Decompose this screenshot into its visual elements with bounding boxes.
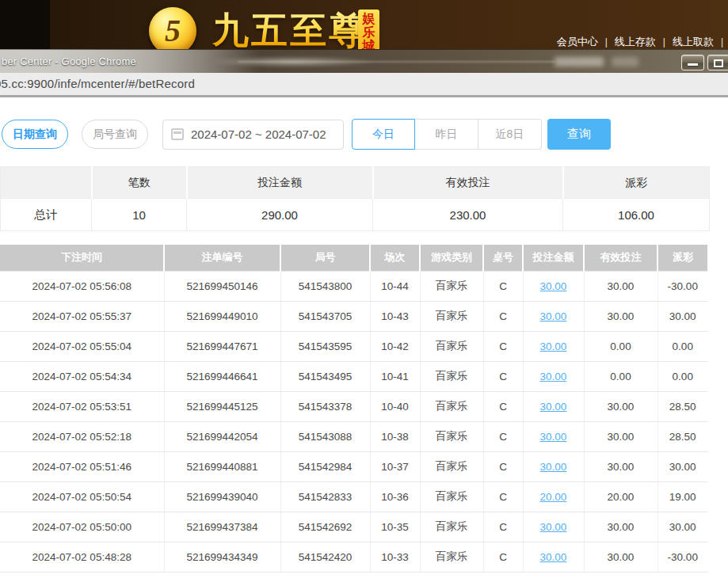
cell-payout: 30.00 bbox=[657, 512, 707, 542]
cell-ticket-no: 521699446641 bbox=[164, 361, 280, 391]
cell-bet-time: 2024-07-02 05:51:46 bbox=[0, 451, 164, 481]
col-game-type: 游戏类别 bbox=[420, 245, 483, 271]
summary-header-payout: 派彩 bbox=[563, 167, 710, 199]
bet-amount-link[interactable]: 30.00 bbox=[540, 521, 567, 533]
cell-bet-time: 2024-07-02 05:56:08 bbox=[0, 271, 164, 301]
summary-header-valid-bet: 有效投注 bbox=[373, 167, 563, 199]
quick-last8days-button[interactable]: 近8日 bbox=[478, 119, 542, 150]
round-query-tab[interactable]: 局号查询 bbox=[82, 120, 148, 149]
cell-ticket-no: 521699449010 bbox=[164, 301, 280, 331]
col-payout: 派彩 bbox=[657, 245, 707, 271]
cell-bet-time: 2024-07-02 05:50:00 bbox=[0, 512, 164, 542]
bet-amount-link[interactable]: 30.00 bbox=[540, 551, 567, 563]
cell-ticket-no: 521699439040 bbox=[164, 481, 280, 512]
cell-game-type: 百家乐 bbox=[420, 512, 483, 542]
bet-amount-link[interactable]: 30.00 bbox=[540, 431, 567, 443]
nav-member-center[interactable]: 会员中心 bbox=[557, 35, 598, 49]
minimize-button[interactable] bbox=[681, 55, 704, 70]
cell-bet-time: 2024-07-02 05:52:18 bbox=[0, 421, 164, 451]
cell-session: 10-40 bbox=[370, 391, 420, 421]
cell-bet-amount: 30.00 bbox=[523, 391, 584, 421]
bet-amount-link[interactable]: 30.00 bbox=[540, 341, 567, 352]
bet-amount-link[interactable]: 30.00 bbox=[540, 310, 567, 322]
cell-round-no: 541543495 bbox=[280, 361, 370, 391]
summary-total-payout: 106.00 bbox=[563, 199, 710, 231]
col-session: 场次 bbox=[370, 245, 420, 271]
cell-bet-amount: 30.00 bbox=[523, 271, 584, 301]
logo-text: 九五至尊 bbox=[212, 6, 368, 49]
cell-bet-amount: 30.00 bbox=[523, 331, 584, 361]
top-nav: 会员中心 | 线上存款 | 线上取款 | bbox=[557, 35, 723, 49]
cell-session: 10-44 bbox=[370, 271, 420, 301]
cell-game-type: 百家乐 bbox=[420, 391, 483, 421]
col-ticket-no: 注单编号 bbox=[164, 245, 280, 271]
cell-table-no: C bbox=[483, 271, 523, 301]
cell-valid-bet: 30.00 bbox=[584, 301, 657, 331]
col-valid-bet: 有效投注 bbox=[584, 245, 657, 271]
maximize-button[interactable] bbox=[707, 55, 728, 70]
logo-badge: 娱乐城 bbox=[358, 10, 379, 49]
cell-valid-bet: 30.00 bbox=[584, 451, 657, 481]
bet-amount-link[interactable]: 30.00 bbox=[540, 371, 567, 382]
cell-ticket-no: 521699437384 bbox=[164, 512, 280, 542]
bet-amount-link[interactable]: 30.00 bbox=[540, 280, 567, 292]
date-range-input[interactable]: 2024-07-02 ~ 2024-07-02 bbox=[162, 120, 344, 150]
cell-game-type: 百家乐 bbox=[420, 451, 483, 481]
cell-round-no: 541543595 bbox=[280, 331, 370, 361]
cell-payout: 0.00 bbox=[657, 361, 707, 391]
cell-valid-bet: 30.00 bbox=[584, 512, 657, 542]
bet-row: 2024-07-02 05:50:54521699439040541542833… bbox=[0, 481, 707, 512]
cell-session: 10-41 bbox=[370, 361, 420, 391]
cell-payout: 30.00 bbox=[657, 451, 707, 481]
logo-coin-glyph: 5 bbox=[165, 12, 181, 49]
cell-table-no: C bbox=[483, 451, 523, 481]
cell-game-type: 百家乐 bbox=[420, 542, 483, 572]
cell-round-no: 541543378 bbox=[280, 391, 370, 421]
cell-bet-time: 2024-07-02 05:48:28 bbox=[0, 542, 164, 572]
nav-online-deposit[interactable]: 线上存款 bbox=[615, 35, 656, 49]
nav-online-withdraw[interactable]: 线上取款 bbox=[673, 35, 714, 49]
bet-amount-link[interactable]: 30.00 bbox=[540, 461, 567, 473]
cell-bet-time: 2024-07-02 05:55:04 bbox=[0, 331, 164, 361]
maximize-icon bbox=[714, 59, 723, 67]
cell-game-type: 百家乐 bbox=[420, 421, 483, 451]
cell-valid-bet: 0.00 bbox=[584, 361, 657, 391]
cell-round-no: 541543705 bbox=[280, 301, 370, 331]
cell-payout: -30.00 bbox=[657, 542, 707, 572]
cell-bet-time: 2024-07-02 05:54:34 bbox=[0, 361, 164, 391]
cell-round-no: 541542692 bbox=[280, 512, 370, 542]
bet-record-page: 日期查询 局号查询 2024-07-02 ~ 2024-07-02 今日 昨日 … bbox=[0, 97, 728, 573]
cell-session: 10-38 bbox=[370, 421, 420, 451]
cell-ticket-no: 521699445125 bbox=[164, 391, 280, 421]
quick-range-group: 今日 昨日 近8日 bbox=[352, 119, 542, 150]
date-query-tab[interactable]: 日期查询 bbox=[2, 120, 68, 149]
cell-payout: 28.50 bbox=[657, 391, 707, 421]
cell-round-no: 541542984 bbox=[280, 451, 370, 481]
cell-session: 10-33 bbox=[370, 542, 420, 572]
cell-session: 10-36 bbox=[370, 481, 420, 512]
cell-ticket-no: 521699440881 bbox=[164, 451, 280, 481]
cell-session: 10-42 bbox=[370, 331, 420, 361]
summary-total-valid-bet: 230.00 bbox=[373, 199, 563, 231]
quick-today-button[interactable]: 今日 bbox=[352, 119, 415, 150]
summary-header-bet-amount: 投注金额 bbox=[187, 167, 373, 199]
cell-valid-bet: 0.00 bbox=[584, 331, 657, 361]
window-title: ber Center - Google Chrome bbox=[2, 55, 136, 67]
quick-yesterday-button[interactable]: 昨日 bbox=[415, 119, 478, 150]
site-banner: 5 九五至尊 娱乐城 会员中心 | 线上存款 | 线上取款 | bbox=[0, 0, 728, 49]
url-text: 05.cc:9900/infe/mcenter/#/betRecord bbox=[0, 77, 195, 90]
search-button[interactable]: 查询 bbox=[547, 119, 611, 150]
bet-row: 2024-07-02 05:48:28521699434349541542420… bbox=[0, 542, 707, 572]
bet-amount-link[interactable]: 20.00 bbox=[540, 491, 567, 503]
cell-table-no: C bbox=[483, 391, 523, 421]
bet-row: 2024-07-02 05:51:46521699440881541542984… bbox=[0, 451, 707, 481]
browser-title-bar[interactable]: ber Center - Google Chrome bbox=[0, 49, 728, 73]
cell-game-type: 百家乐 bbox=[420, 271, 483, 301]
cell-session: 10-43 bbox=[370, 301, 420, 331]
col-bet-amount: 投注金额 bbox=[523, 245, 584, 271]
cell-table-no: C bbox=[483, 542, 523, 572]
cell-bet-time: 2024-07-02 05:50:54 bbox=[0, 481, 164, 512]
cell-table-no: C bbox=[483, 481, 523, 512]
bet-amount-link[interactable]: 30.00 bbox=[540, 401, 567, 413]
browser-url-bar[interactable]: 05.cc:9900/infe/mcenter/#/betRecord bbox=[0, 73, 728, 97]
